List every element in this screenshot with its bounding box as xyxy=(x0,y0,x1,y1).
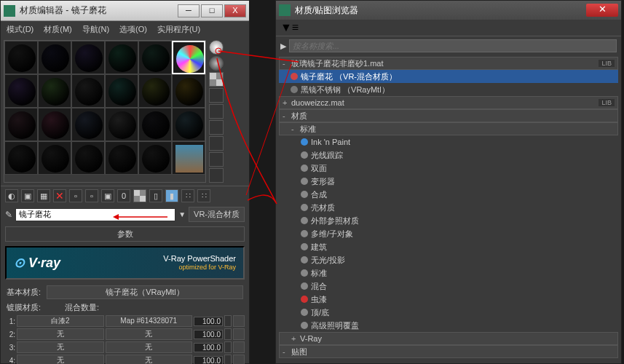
search-arrow-icon[interactable]: ▶ xyxy=(280,41,286,51)
swatch-23[interactable] xyxy=(172,141,205,175)
swatch-12[interactable] xyxy=(4,108,38,141)
minimize-button[interactable]: ─ xyxy=(178,4,200,17)
tree-item-std-5[interactable]: 壳材质 xyxy=(279,201,618,214)
params-header[interactable]: 参数 xyxy=(5,226,245,242)
mix-value[interactable]: 100.0 xyxy=(194,356,223,365)
group-mat-file[interactable]: -玻璃镜子磨花非磨砂1.matLIB xyxy=(279,57,618,70)
spinner[interactable] xyxy=(224,355,232,364)
background-icon[interactable] xyxy=(209,72,224,87)
go-forward-icon[interactable]: ∷ xyxy=(181,189,194,202)
material-id-channel-icon[interactable]: 0 xyxy=(117,189,130,202)
swatch-5[interactable] xyxy=(172,41,205,74)
maximize-button[interactable]: □ xyxy=(201,4,223,17)
swatch-18[interactable] xyxy=(4,141,38,175)
swatch-6[interactable] xyxy=(4,74,38,108)
material-name-input[interactable] xyxy=(15,208,175,221)
video-check-icon[interactable] xyxy=(209,104,224,119)
get-material-icon[interactable]: ◐ xyxy=(5,189,18,202)
material-type-button[interactable]: VR-混合材质 xyxy=(189,207,245,222)
mix-swatch[interactable] xyxy=(233,315,245,327)
go-sibling-icon[interactable]: ∷ xyxy=(197,189,210,202)
spinner[interactable] xyxy=(224,315,232,327)
swatch-19[interactable] xyxy=(38,141,71,175)
mix-swatch[interactable] xyxy=(233,341,245,353)
swatch-22[interactable] xyxy=(138,141,172,175)
tree-item-std-9[interactable]: 无光/投影 xyxy=(279,253,618,266)
put-to-scene-icon[interactable]: ▣ xyxy=(21,189,34,202)
group-duoweizcz[interactable]: +duoweizcz.matLIB xyxy=(279,96,618,109)
close-button[interactable]: ✕ xyxy=(586,4,618,17)
menu-mode[interactable]: 模式(D) xyxy=(4,23,36,36)
group-standard[interactable]: -标准 xyxy=(279,122,618,135)
swatch-15[interactable] xyxy=(105,108,138,141)
menu-material[interactable]: 材质(M) xyxy=(41,23,75,36)
coat-slot[interactable]: 白漆2 xyxy=(17,315,104,327)
swatch-14[interactable] xyxy=(71,108,105,141)
mix-swatch[interactable] xyxy=(233,328,245,340)
spinner[interactable] xyxy=(224,328,232,340)
material-id-icon[interactable] xyxy=(209,168,224,183)
go-to-parent-icon[interactable]: ▮ xyxy=(165,189,178,202)
swatch-9[interactable] xyxy=(105,74,138,108)
group-vray[interactable]: +V-Ray xyxy=(279,332,618,345)
coat-slot[interactable]: 无 xyxy=(17,355,104,364)
search-input[interactable] xyxy=(289,39,617,52)
sample-type-icon[interactable] xyxy=(209,40,224,55)
mix-value[interactable]: 100.0 xyxy=(194,343,223,352)
tree-item-std-4[interactable]: 合成 xyxy=(279,188,618,201)
swatch-10[interactable] xyxy=(138,74,172,108)
group-texture[interactable]: -贴图 xyxy=(279,345,618,358)
make-copy-icon[interactable]: ▫ xyxy=(69,189,82,202)
assign-icon[interactable]: ▦ xyxy=(37,189,50,202)
make-unique-icon[interactable]: ▫ xyxy=(85,189,98,202)
swatch-17[interactable] xyxy=(172,108,205,141)
swatch-4[interactable] xyxy=(138,41,172,74)
spinner[interactable] xyxy=(224,341,232,353)
select-by-mat-icon[interactable] xyxy=(209,152,224,167)
titlebar[interactable]: 材质/贴图浏览器 ✕ xyxy=(276,1,621,20)
tree-item-mat-0[interactable]: 镜子磨花 （VR-混合材质） xyxy=(279,70,618,83)
tree-item-std-10[interactable]: 标准 xyxy=(279,266,618,280)
options-icon[interactable] xyxy=(209,136,224,151)
mix-map-slot[interactable]: 无 xyxy=(106,328,193,340)
tree-item-std-2[interactable]: 双面 xyxy=(279,162,618,175)
tree-item-std-1[interactable]: 光线跟踪 xyxy=(279,149,618,162)
swatch-2[interactable] xyxy=(71,41,105,74)
tree-item-mat-1[interactable]: 黑镜不锈钢 （VRayMtl） xyxy=(279,83,618,96)
name-dropdown-icon[interactable]: ▼ xyxy=(178,210,186,218)
mix-value[interactable]: 100.0 xyxy=(194,330,223,339)
show-end-result-icon[interactable]: ▯ xyxy=(149,189,162,202)
swatch-13[interactable] xyxy=(38,108,71,141)
swatch-0[interactable] xyxy=(4,41,38,74)
show-shaded-icon[interactable] xyxy=(133,189,146,202)
tree-item-std-13[interactable]: 顶/底 xyxy=(279,306,618,319)
tree-item-std-8[interactable]: 建筑 xyxy=(279,240,618,253)
coat-slot[interactable]: 无 xyxy=(17,328,104,340)
close-button[interactable]: X xyxy=(224,4,246,17)
make-preview-icon[interactable] xyxy=(209,120,224,135)
coat-slot[interactable]: 无 xyxy=(17,341,104,353)
eyedropper-icon[interactable]: ✎ xyxy=(5,210,12,220)
swatch-21[interactable] xyxy=(105,141,138,175)
swatch-20[interactable] xyxy=(71,141,105,175)
menu-nav[interactable]: 导航(N) xyxy=(79,23,112,36)
swatch-11[interactable] xyxy=(172,74,205,108)
group-material[interactable]: -材质 xyxy=(279,109,618,122)
tree-item-std-7[interactable]: 多维/子对象 xyxy=(279,227,618,240)
mix-value[interactable]: 100.0 xyxy=(194,317,223,326)
mix-map-slot[interactable]: Map #614328071 xyxy=(106,315,193,327)
tree-item-std-11[interactable]: 混合 xyxy=(279,280,618,293)
menu-util[interactable]: 实用程序(U) xyxy=(154,23,203,36)
base-material-button[interactable]: 镜子磨花（VRayMtl） xyxy=(47,285,243,299)
swatch-16[interactable] xyxy=(138,108,172,141)
reset-icon[interactable]: ✕ xyxy=(53,189,66,202)
mix-map-slot[interactable]: 无 xyxy=(106,341,193,353)
titlebar[interactable]: 材质编辑器 - 镜子磨花 ─ □ X xyxy=(1,1,249,21)
tree-item-std-14[interactable]: 高级照明覆盖 xyxy=(279,319,618,332)
mix-map-slot[interactable]: 无 xyxy=(106,355,193,364)
mix-swatch[interactable] xyxy=(233,355,245,364)
swatch-8[interactable] xyxy=(71,74,105,108)
tree-item-std-6[interactable]: 外部参照材质 xyxy=(279,214,618,227)
swatch-7[interactable] xyxy=(38,74,71,108)
sample-uv-icon[interactable] xyxy=(209,88,224,103)
